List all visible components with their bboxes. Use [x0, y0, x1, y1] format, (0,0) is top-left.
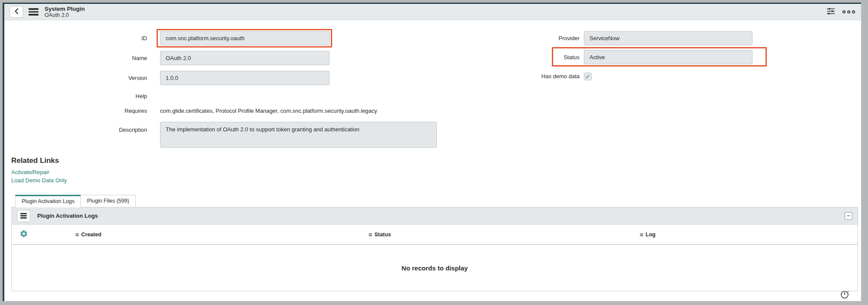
field-row-name: Name: [4, 51, 437, 65]
help-label: Help: [4, 93, 147, 99]
has-demo-data-checkbox[interactable]: ✓: [584, 73, 592, 80]
form-right-column: Provider Status Has demo data ✓: [452, 31, 772, 88]
name-input[interactable]: [160, 51, 330, 65]
load-demo-data-only-link[interactable]: Load Demo Data Only: [11, 177, 861, 184]
form-context-menu-icon[interactable]: [29, 8, 38, 16]
stopwatch-icon: [839, 294, 850, 301]
column-header-log[interactable]: ≡ Log: [640, 225, 656, 244]
field-row-version: Version: [4, 71, 437, 85]
checkmark-icon: ✓: [585, 73, 590, 79]
activate-repair-link[interactable]: Activate/Repair: [11, 169, 861, 175]
requires-value: com.glide.certificates, Protocol Profile…: [160, 108, 377, 114]
status-label: Status: [452, 54, 580, 60]
app-window: System Plugin OAuth 2.0 ID: [3, 3, 861, 301]
column-header-label: Status: [375, 232, 391, 238]
sliders-icon: [826, 7, 836, 17]
field-row-description: Description The implementation of OAuth …: [4, 122, 437, 148]
list-column-header-row: ≡ Created ≡ Status ≡ Log: [12, 225, 858, 245]
back-button[interactable]: [10, 6, 23, 18]
more-options-button[interactable]: [842, 10, 856, 14]
three-circles-icon: [842, 10, 855, 13]
column-header-label: Created: [81, 232, 102, 238]
related-lists-tabs: Plugin Activation Logs Plugin Files (599…: [15, 195, 861, 207]
hamburger-icon: [20, 213, 27, 219]
collapse-list-button[interactable]: −: [845, 212, 852, 220]
version-input[interactable]: [160, 71, 330, 85]
field-row-has-demo-data: Has demo data ✓: [452, 69, 772, 83]
id-label: ID: [4, 35, 147, 41]
field-row-status: Status: [452, 50, 772, 64]
tab-plugin-files[interactable]: Plugin Files (599): [80, 195, 135, 207]
id-input[interactable]: [160, 31, 330, 45]
column-menu-icon: ≡: [640, 231, 644, 238]
list-body: No records to display: [12, 245, 858, 291]
list-header: Plugin Activation Logs −: [12, 207, 858, 225]
has-demo-data-label: Has demo data: [452, 73, 580, 79]
plugin-form: ID Name Version Help Requires com.glide.…: [4, 20, 861, 148]
field-row-provider: Provider: [452, 31, 772, 45]
column-header-label: Log: [646, 232, 656, 238]
field-row-requires: Requires com.glide.certificates, Protoco…: [4, 106, 437, 115]
chevron-left-icon: [14, 8, 19, 16]
minus-icon: −: [847, 213, 850, 219]
form-header: System Plugin OAuth 2.0: [4, 4, 861, 20]
field-row-help: Help: [4, 91, 437, 101]
field-row-id: ID: [4, 31, 437, 45]
related-links-section: Related Links Activate/Repair Load Demo …: [11, 156, 861, 184]
list-title: Plugin Activation Logs: [37, 213, 98, 219]
personalize-form-button[interactable]: [825, 6, 836, 18]
description-textarea[interactable]: The implementation of OAuth 2.0 to suppo…: [160, 122, 437, 148]
provider-label: Provider: [452, 35, 580, 41]
requires-label: Requires: [4, 108, 147, 114]
page-subtitle: OAuth 2.0: [45, 12, 85, 18]
gear-icon: [19, 229, 28, 239]
description-label: Description: [4, 122, 147, 133]
page-title: System Plugin: [45, 6, 85, 13]
related-links-title: Related Links: [11, 156, 861, 165]
column-menu-icon: ≡: [368, 231, 372, 238]
version-label: Version: [4, 75, 147, 81]
list-personalize-gear-button[interactable]: [19, 225, 28, 244]
name-label: Name: [4, 55, 147, 61]
column-menu-icon: ≡: [75, 231, 79, 238]
plugin-activation-logs-list: Plugin Activation Logs − ≡ Created ≡ Sta…: [11, 207, 858, 291]
empty-list-message: No records to display: [401, 264, 468, 272]
status-input[interactable]: [584, 50, 753, 64]
column-header-status[interactable]: ≡ Status: [368, 225, 391, 244]
list-context-menu-button[interactable]: [17, 210, 30, 222]
column-header-created[interactable]: ≡ Created: [75, 225, 101, 244]
provider-input[interactable]: [584, 31, 753, 45]
tab-plugin-activation-logs[interactable]: Plugin Activation Logs: [15, 195, 81, 207]
form-title-block: System Plugin OAuth 2.0: [45, 6, 85, 19]
